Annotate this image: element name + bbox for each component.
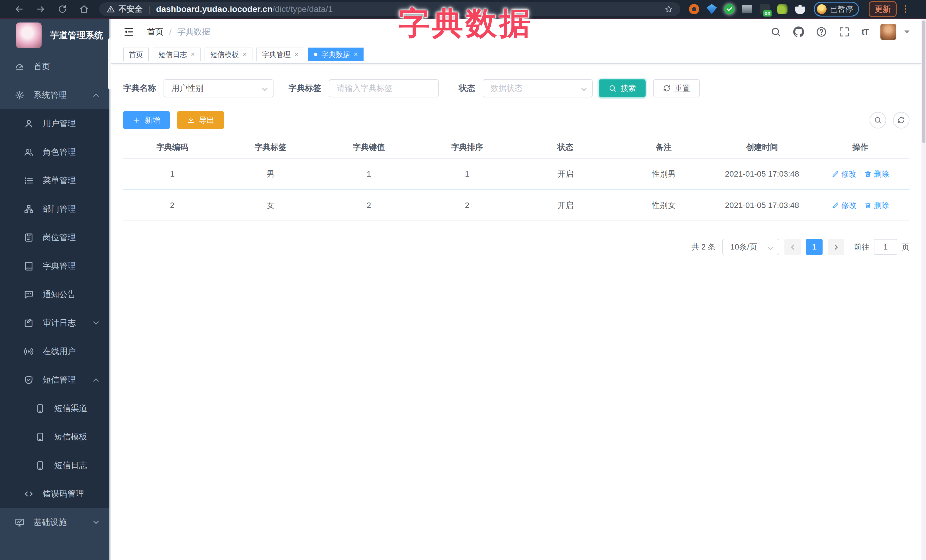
extension-icon-check[interactable] <box>724 4 735 14</box>
reset-button[interactable]: 重置 <box>653 79 700 97</box>
sidebar-item-error-code[interactable]: 错误码管理 <box>0 480 111 508</box>
page-size-select[interactable]: 10条/页 <box>722 239 779 255</box>
sidebar-item-sms-management[interactable]: 短信管理 <box>0 366 111 394</box>
extension-icon-leaf[interactable] <box>777 4 788 14</box>
url-path: /dict/type/data/1 <box>272 4 333 14</box>
export-button[interactable]: 导出 <box>177 111 224 129</box>
close-icon[interactable]: × <box>295 51 299 58</box>
bookmark-star-icon[interactable] <box>664 5 673 14</box>
extensions-puzzle-icon[interactable] <box>795 4 805 14</box>
sidebar-logo-row[interactable]: 芋道管理系统 <box>0 18 111 53</box>
sidebar-item-home[interactable]: 首页 <box>0 53 111 81</box>
search-icon <box>608 84 617 92</box>
delete-link[interactable]: 删除 <box>864 200 889 210</box>
tab-dict-management[interactable]: 字典管理 × <box>256 48 304 61</box>
cell-value: 1 <box>320 169 418 179</box>
sidebar-item-label: 菜单管理 <box>43 175 76 186</box>
cell-remark: 性别女 <box>614 200 713 211</box>
cell-code: 1 <box>123 169 221 179</box>
breadcrumb-home[interactable]: 首页 <box>147 26 163 38</box>
browser-forward-icon[interactable] <box>36 4 45 14</box>
browser-menu-dots-icon[interactable] <box>905 8 906 10</box>
font-size-icon[interactable]: tT <box>862 27 869 37</box>
address-bar[interactable]: 不安全 | dashboard.yudao.iocoder.cn /dict/t… <box>99 2 680 16</box>
tab-sms-template[interactable]: 短信模板 × <box>204 48 253 61</box>
sidebar-item-infrastructure[interactable]: 基础设施 <box>0 508 111 537</box>
sidebar-scrollbar-track[interactable] <box>109 18 111 560</box>
goto-page-input[interactable] <box>874 239 897 255</box>
page-number-button[interactable]: 1 <box>806 239 823 255</box>
sidebar-scrollbar-thumb[interactable] <box>108 38 111 89</box>
sidebar-item-sms-channel[interactable]: 短信渠道 <box>0 394 111 423</box>
sidebar-item-department-management[interactable]: 部门管理 <box>0 195 111 223</box>
phone-icon <box>35 460 45 470</box>
github-icon[interactable] <box>793 27 804 37</box>
edit-link-label: 修改 <box>841 200 857 210</box>
sidebar-item-label: 错误码管理 <box>43 488 84 500</box>
avatar-caret-down-icon[interactable] <box>904 30 909 33</box>
tab-label: 字典管理 <box>262 50 291 59</box>
hamburger-icon[interactable] <box>123 26 135 38</box>
sidebar-item-dict-management[interactable]: 字典管理 <box>0 252 111 280</box>
pencil-icon <box>832 171 839 178</box>
edit-link[interactable]: 修改 <box>832 200 857 210</box>
sidebar-item-sms-template[interactable]: 短信模板 <box>0 423 111 451</box>
help-icon[interactable] <box>816 27 827 37</box>
next-page-button[interactable] <box>828 239 844 255</box>
online-signal-icon <box>24 347 33 356</box>
window-scrollbar-thumb[interactable] <box>922 21 925 143</box>
extension-icon-on-badge[interactable] <box>760 4 770 14</box>
user-avatar[interactable] <box>881 24 896 40</box>
dict-tag-input[interactable] <box>329 79 439 97</box>
extension-icon-orange[interactable] <box>689 4 699 14</box>
sidebar-item-label: 字典管理 <box>43 260 76 272</box>
fullscreen-icon[interactable] <box>839 27 850 37</box>
sidebar-item-menu-management[interactable]: 菜单管理 <box>0 166 111 195</box>
close-icon[interactable]: × <box>354 51 358 58</box>
close-icon[interactable]: × <box>243 51 247 58</box>
refresh-table-button[interactable] <box>893 112 909 128</box>
extension-icon-gem[interactable] <box>707 4 717 14</box>
prev-page-button[interactable] <box>784 239 801 255</box>
goto-label: 前往 <box>854 242 869 252</box>
browser-home-icon[interactable] <box>79 4 89 14</box>
tab-dict-data-active[interactable]: 字典数据 × <box>308 48 363 61</box>
sidebar-item-role-management[interactable]: 角色管理 <box>0 138 111 166</box>
extension-icon-bars[interactable] <box>742 4 752 14</box>
delete-link[interactable]: 删除 <box>864 169 889 179</box>
status-select[interactable]: 数据状态 <box>483 79 593 97</box>
window-scrollbar-track[interactable] <box>921 18 926 560</box>
browser-profile-chip[interactable]: 已暂停 <box>814 2 859 17</box>
sidebar-item-user-management[interactable]: 用户管理 <box>0 109 111 138</box>
close-icon[interactable]: × <box>191 51 195 58</box>
tab-sms-log[interactable]: 短信日志 × <box>153 48 201 61</box>
tab-home[interactable]: 首页 <box>123 48 149 61</box>
badge-icon <box>24 233 33 242</box>
column-header: 字典键值 <box>320 142 418 152</box>
add-button[interactable]: 新增 <box>123 111 170 129</box>
column-header: 状态 <box>516 142 614 152</box>
dict-tag-label: 字典标签 <box>288 83 321 94</box>
browser-back-icon[interactable] <box>14 4 24 14</box>
sidebar: 芋道管理系统 首页 系统管理 用户管理 角色管理 菜单管理 部门管理 岗位管理 <box>0 18 111 560</box>
sidebar-item-label: 系统管理 <box>33 89 67 101</box>
browser-reload-icon[interactable] <box>57 4 67 14</box>
dict-name-select[interactable]: 用户性别 <box>163 79 274 97</box>
sidebar-item-audit-log[interactable]: 审计日志 <box>0 309 111 337</box>
sidebar-item-sms-log[interactable]: 短信日志 <box>0 451 111 480</box>
url-host: dashboard.yudao.iocoder.cn <box>156 4 272 14</box>
sidebar-item-label: 用户管理 <box>43 118 76 129</box>
search-button[interactable]: 搜索 <box>599 79 646 97</box>
tab-label: 字典数据 <box>321 50 350 59</box>
sync-paused-label: 已暂停 <box>830 4 853 14</box>
browser-update-button[interactable]: 更新 <box>869 1 897 17</box>
column-header: 创建时间 <box>713 142 811 152</box>
breadcrumb-separator: / <box>169 27 171 37</box>
edit-link[interactable]: 修改 <box>832 169 857 179</box>
sidebar-item-post-management[interactable]: 岗位管理 <box>0 223 111 252</box>
toggle-search-button[interactable] <box>870 112 886 128</box>
search-icon[interactable] <box>770 27 781 37</box>
sidebar-item-online-users[interactable]: 在线用户 <box>0 337 111 366</box>
sidebar-item-notice[interactable]: 通知公告 <box>0 280 111 309</box>
sidebar-item-system-management[interactable]: 系统管理 <box>0 81 111 109</box>
